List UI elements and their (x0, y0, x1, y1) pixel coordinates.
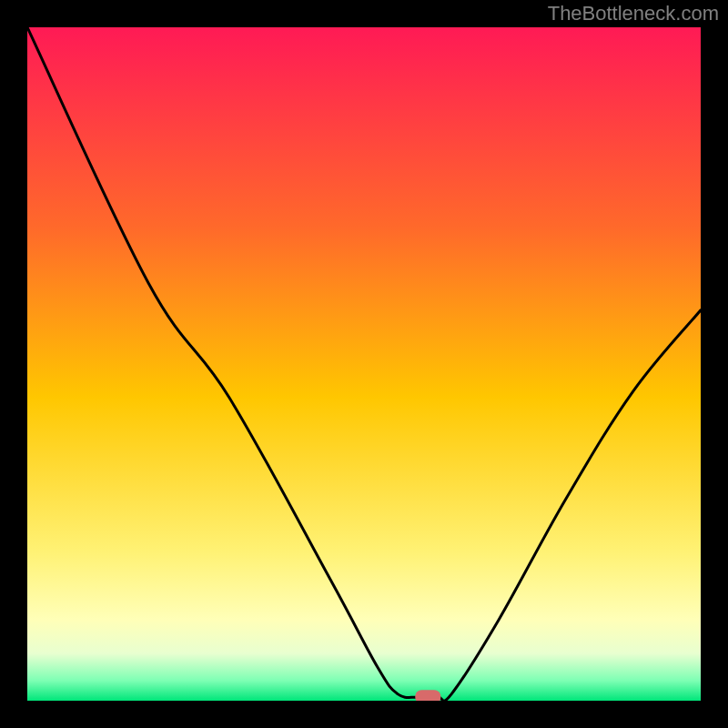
watermark-text: TheBottleneck.com (548, 2, 719, 25)
gradient-background (27, 27, 701, 701)
plot-area (27, 27, 701, 701)
bottleneck-chart (27, 27, 701, 701)
optimal-marker (415, 690, 440, 701)
chart-frame: TheBottleneck.com (0, 0, 728, 728)
